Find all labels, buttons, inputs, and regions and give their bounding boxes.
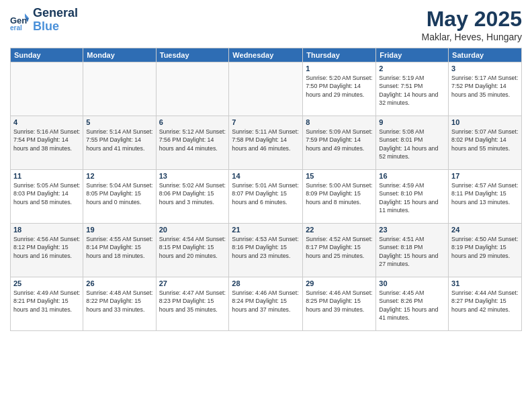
day-info: Sunrise: 5:00 AM Sunset: 8:09 PM Dayligh… [306,181,373,206]
day-info: Sunrise: 4:54 AM Sunset: 8:15 PM Dayligh… [159,235,226,260]
day-info: Sunrise: 4:47 AM Sunset: 8:23 PM Dayligh… [159,289,226,314]
day-info: Sunrise: 5:14 AM Sunset: 7:55 PM Dayligh… [86,128,152,152]
day-info: Sunrise: 4:45 AM Sunset: 8:26 PM Dayligh… [379,289,445,322]
calendar-week-1: 1Sunrise: 5:20 AM Sunset: 7:50 PM Daylig… [11,62,522,116]
calendar-body: 1Sunrise: 5:20 AM Sunset: 7:50 PM Daylig… [11,62,522,331]
day-number: 4 [13,118,80,126]
logo-text: GeneralBlue [33,7,78,34]
day-info: Sunrise: 5:11 AM Sunset: 7:58 PM Dayligh… [232,128,300,152]
day-number: 1 [306,64,373,73]
calendar-cell-w2-d5: 8Sunrise: 5:09 AM Sunset: 7:59 PM Daylig… [303,116,376,170]
calendar-cell-w5-d6: 30Sunrise: 4:45 AM Sunset: 8:26 PM Dayli… [376,277,449,331]
location-title: Maklar, Heves, Hungary [422,32,522,42]
calendar-cell-w3-d2: 12Sunrise: 5:04 AM Sunset: 8:05 PM Dayli… [83,170,156,224]
day-number: 26 [86,279,152,287]
day-info: Sunrise: 4:57 AM Sunset: 8:11 PM Dayligh… [451,181,519,206]
col-monday: Monday [83,48,156,62]
day-info: Sunrise: 4:48 AM Sunset: 8:22 PM Dayligh… [86,289,152,314]
day-number: 6 [159,118,226,126]
calendar-week-2: 4Sunrise: 5:16 AM Sunset: 7:54 PM Daylig… [11,116,522,170]
day-info: Sunrise: 4:52 AM Sunset: 8:17 PM Dayligh… [306,235,373,260]
calendar-cell-w1-d2 [83,62,156,116]
day-number: 29 [306,279,373,287]
day-number: 27 [159,279,226,287]
calendar-cell-w2-d4: 7Sunrise: 5:11 AM Sunset: 7:58 PM Daylig… [229,116,303,170]
day-info: Sunrise: 5:02 AM Sunset: 8:06 PM Dayligh… [159,181,226,206]
calendar-cell-w4-d4: 21Sunrise: 4:53 AM Sunset: 8:16 PM Dayli… [229,224,303,277]
calendar-cell-w4-d6: 23Sunrise: 4:51 AM Sunset: 8:18 PM Dayli… [376,224,449,277]
day-info: Sunrise: 5:08 AM Sunset: 8:01 PM Dayligh… [379,128,445,161]
logo: Gen eral GeneralBlue [10,7,78,34]
col-tuesday: Tuesday [156,48,229,62]
calendar-cell-w5-d5: 29Sunrise: 4:46 AM Sunset: 8:25 PM Dayli… [303,277,376,331]
day-info: Sunrise: 5:05 AM Sunset: 8:03 PM Dayligh… [13,181,80,206]
calendar-cell-w4-d3: 20Sunrise: 4:54 AM Sunset: 8:15 PM Dayli… [156,224,229,277]
day-number: 10 [451,118,519,126]
day-number: 15 [306,172,373,180]
calendar-cell-w2-d7: 10Sunrise: 5:07 AM Sunset: 8:02 PM Dayli… [449,116,522,170]
day-info: Sunrise: 5:04 AM Sunset: 8:05 PM Dayligh… [86,181,152,206]
calendar-cell-w3-d7: 17Sunrise: 4:57 AM Sunset: 8:11 PM Dayli… [449,170,522,224]
day-number: 5 [86,118,152,126]
day-number: 7 [232,118,300,126]
calendar-cell-w3-d4: 14Sunrise: 5:01 AM Sunset: 8:07 PM Dayli… [229,170,303,224]
day-number: 17 [451,172,519,180]
col-wednesday: Wednesday [229,48,303,62]
col-saturday: Saturday [449,48,522,62]
col-thursday: Thursday [303,48,376,62]
calendar-cell-w1-d1 [11,62,83,116]
calendar-cell-w2-d1: 4Sunrise: 5:16 AM Sunset: 7:54 PM Daylig… [11,116,83,170]
title-block: May 2025 Maklar, Heves, Hungary [422,7,522,42]
day-number: 13 [159,172,226,180]
day-info: Sunrise: 4:44 AM Sunset: 8:27 PM Dayligh… [451,289,519,314]
day-info: Sunrise: 5:19 AM Sunset: 7:51 PM Dayligh… [379,74,445,107]
day-number: 30 [379,279,445,287]
calendar-cell-w1-d6: 2Sunrise: 5:19 AM Sunset: 7:51 PM Daylig… [376,62,449,116]
day-info: Sunrise: 4:55 AM Sunset: 8:14 PM Dayligh… [86,235,152,260]
calendar-cell-w4-d5: 22Sunrise: 4:52 AM Sunset: 8:17 PM Dayli… [303,224,376,277]
calendar-cell-w1-d4 [229,62,303,116]
calendar-cell-w1-d7: 3Sunrise: 5:17 AM Sunset: 7:52 PM Daylig… [449,62,522,116]
day-number: 25 [13,279,80,287]
day-info: Sunrise: 4:53 AM Sunset: 8:16 PM Dayligh… [232,235,300,260]
day-info: Sunrise: 4:59 AM Sunset: 8:10 PM Dayligh… [379,181,445,214]
calendar-cell-w3-d1: 11Sunrise: 5:05 AM Sunset: 8:03 PM Dayli… [11,170,83,224]
calendar-week-5: 25Sunrise: 4:49 AM Sunset: 8:21 PM Dayli… [11,277,522,331]
day-number: 23 [379,226,445,234]
calendar-cell-w5-d1: 25Sunrise: 4:49 AM Sunset: 8:21 PM Dayli… [11,277,83,331]
calendar-cell-w3-d6: 16Sunrise: 4:59 AM Sunset: 8:10 PM Dayli… [376,170,449,224]
svg-text:eral: eral [10,24,22,30]
day-number: 2 [379,64,445,73]
day-number: 11 [13,172,80,180]
day-info: Sunrise: 5:09 AM Sunset: 7:59 PM Dayligh… [306,128,373,152]
calendar-cell-w4-d7: 24Sunrise: 4:50 AM Sunset: 8:19 PM Dayli… [449,224,522,277]
calendar-week-3: 11Sunrise: 5:05 AM Sunset: 8:03 PM Dayli… [11,170,522,224]
day-info: Sunrise: 5:07 AM Sunset: 8:02 PM Dayligh… [451,128,519,152]
calendar-header-row: Sunday Monday Tuesday Wednesday Thursday… [11,48,522,62]
day-number: 20 [159,226,226,234]
calendar-cell-w5-d2: 26Sunrise: 4:48 AM Sunset: 8:22 PM Dayli… [83,277,156,331]
day-number: 18 [13,226,80,234]
month-title: May 2025 [422,7,522,32]
day-info: Sunrise: 4:46 AM Sunset: 8:24 PM Dayligh… [232,289,300,314]
day-number: 8 [306,118,373,126]
page-header: Gen eral GeneralBlue May 2025 Maklar, He… [10,7,522,42]
day-info: Sunrise: 4:46 AM Sunset: 8:25 PM Dayligh… [306,289,373,314]
logo-icon: Gen eral [10,10,30,30]
calendar-cell-w5-d3: 27Sunrise: 4:47 AM Sunset: 8:23 PM Dayli… [156,277,229,331]
day-number: 16 [379,172,445,180]
calendar-cell-w4-d2: 19Sunrise: 4:55 AM Sunset: 8:14 PM Dayli… [83,224,156,277]
calendar-cell-w5-d4: 28Sunrise: 4:46 AM Sunset: 8:24 PM Dayli… [229,277,303,331]
day-info: Sunrise: 4:50 AM Sunset: 8:19 PM Dayligh… [451,235,519,260]
calendar-cell-w2-d2: 5Sunrise: 5:14 AM Sunset: 7:55 PM Daylig… [83,116,156,170]
day-number: 3 [451,64,519,73]
day-info: Sunrise: 5:17 AM Sunset: 7:52 PM Dayligh… [451,74,519,99]
day-number: 14 [232,172,300,180]
day-number: 31 [451,279,519,287]
day-number: 19 [86,226,152,234]
calendar-cell-w4-d1: 18Sunrise: 4:56 AM Sunset: 8:12 PM Dayli… [11,224,83,277]
calendar-cell-w3-d5: 15Sunrise: 5:00 AM Sunset: 8:09 PM Dayli… [303,170,376,224]
day-info: Sunrise: 5:20 AM Sunset: 7:50 PM Dayligh… [306,74,373,99]
calendar-cell-w5-d7: 31Sunrise: 4:44 AM Sunset: 8:27 PM Dayli… [449,277,522,331]
calendar-cell-w1-d5: 1Sunrise: 5:20 AM Sunset: 7:50 PM Daylig… [303,62,376,116]
